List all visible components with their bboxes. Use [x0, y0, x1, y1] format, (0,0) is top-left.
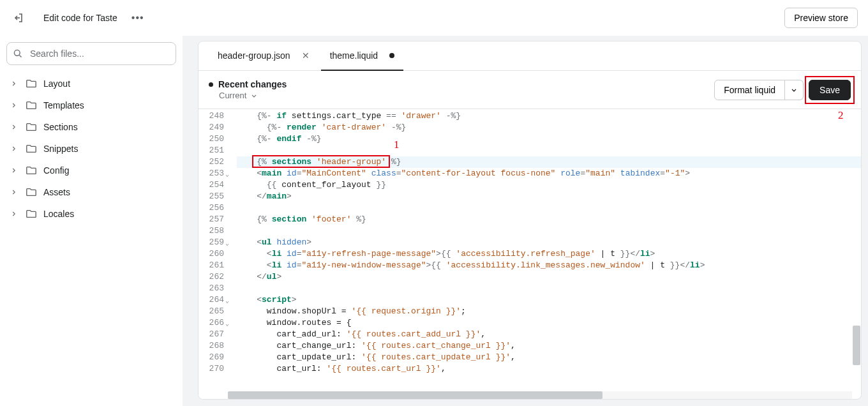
folder-icon: [26, 100, 37, 111]
toolbar-right: Format liquid Save: [714, 80, 851, 100]
sidebar-item-sections[interactable]: Sections: [6, 116, 176, 138]
line-number: 254: [198, 179, 224, 191]
code-line[interactable]: <li id="a11y-refresh-page-message">{{ 'a…: [237, 248, 861, 260]
folder-icon: [26, 208, 37, 220]
close-icon[interactable]: ✕: [302, 50, 310, 61]
line-number: 270: [198, 363, 224, 375]
save-button[interactable]: Save: [809, 80, 851, 100]
line-number: 263: [198, 283, 224, 294]
chevron-right-icon: [10, 123, 19, 131]
exit-icon[interactable]: [10, 10, 26, 26]
topbar-left: Edit code for Taste •••: [10, 10, 146, 26]
code-line[interactable]: [237, 202, 861, 214]
sidebar-item-layout[interactable]: Layout: [6, 73, 176, 94]
code-line[interactable]: <ul hidden>: [237, 237, 861, 248]
code-line[interactable]: window.routes = {: [237, 317, 861, 329]
svg-point-0: [14, 50, 20, 56]
chevron-right-icon: [10, 102, 19, 109]
line-number: 249: [198, 122, 224, 133]
topbar: Edit code for Taste ••• Preview store: [0, 0, 868, 36]
page-title: Edit code for Taste: [43, 13, 117, 23]
search-input[interactable]: [6, 42, 176, 65]
fold-chevron-icon[interactable]: ⌄: [225, 319, 229, 330]
file-tree: Layout Templates Sections Snippets Confi…: [6, 73, 176, 225]
code-line[interactable]: {{ content_for_layout }}: [237, 179, 861, 191]
tab-label: theme.liquid: [330, 50, 378, 61]
code-line[interactable]: cart_update_url: '{{ routes.cart_update_…: [237, 352, 861, 363]
editor-box: header-group.json✕theme.liquid Recent ch…: [198, 41, 862, 400]
line-number: 269: [198, 352, 224, 363]
sidebar-item-config[interactable]: Config: [6, 160, 176, 181]
sidebar-item-label: Locales: [43, 209, 74, 219]
line-number: 265: [198, 306, 224, 317]
toolbar-left: Recent changes Current: [209, 79, 287, 100]
format-liquid-caret[interactable]: [785, 80, 804, 100]
format-liquid-button[interactable]: Format liquid: [714, 80, 785, 100]
sidebar: Layout Templates Sections Snippets Confi…: [0, 36, 183, 406]
tabs-bar: header-group.json✕theme.liquid: [198, 41, 861, 71]
code-line[interactable]: </main>: [237, 191, 861, 202]
code-line[interactable]: {%- render 'cart-drawer' -%}: [237, 122, 861, 133]
sidebar-item-label: Snippets: [43, 144, 78, 154]
line-number: 261: [198, 260, 224, 271]
line-number: 267: [198, 329, 224, 340]
code-line[interactable]: {%- endif -%}: [237, 133, 861, 145]
sidebar-item-locales[interactable]: Locales: [6, 203, 176, 225]
line-number: 251: [198, 145, 224, 156]
code-line[interactable]: {% sections 'header-group' %}: [237, 156, 861, 168]
line-number: 252: [198, 156, 224, 168]
folder-icon: [26, 186, 37, 198]
code-editor[interactable]: 248249250251252253⌄254255256257258259⌄26…: [198, 109, 861, 399]
main-wrap: Layout Templates Sections Snippets Confi…: [0, 36, 868, 406]
line-number: 262: [198, 271, 224, 283]
fold-chevron-icon[interactable]: ⌄: [225, 169, 229, 181]
chevron-down-icon: [790, 86, 798, 94]
code-line[interactable]: cart_change_url: '{{ routes.cart_change_…: [237, 340, 861, 352]
code-line[interactable]: [237, 283, 861, 294]
code-line[interactable]: </ul>: [237, 271, 861, 283]
code-line[interactable]: cart_url: '{{ routes.cart_url }}',: [237, 363, 861, 375]
dirty-indicator-dot: [209, 82, 213, 87]
code-line[interactable]: [237, 145, 861, 156]
horizontal-scrollbar[interactable]: [228, 391, 852, 399]
sidebar-item-label: Sections: [43, 122, 78, 132]
code-line[interactable]: cart_add_url: '{{ routes.cart_add_url }}…: [237, 329, 861, 340]
line-number: 266⌄: [198, 317, 224, 329]
line-gutter: 248249250251252253⌄254255256257258259⌄26…: [198, 109, 228, 399]
code-line[interactable]: window.shopUrl = '{{ request.origin }}';: [237, 306, 861, 317]
toolbar: Recent changes Current Format liquid Sa: [198, 71, 861, 109]
chevron-right-icon: [10, 210, 19, 218]
tab-header-group-json[interactable]: header-group.json✕: [209, 41, 318, 71]
recent-changes-row: Recent changes: [209, 79, 287, 89]
line-number: 256: [198, 202, 224, 214]
sidebar-item-templates[interactable]: Templates: [6, 94, 176, 116]
sidebar-item-snippets[interactable]: Snippets: [6, 138, 176, 160]
code-line[interactable]: {%- if settings.cart_type == 'drawer' -%…: [237, 110, 861, 122]
chevron-right-icon: [10, 188, 19, 196]
code-line[interactable]: [237, 225, 861, 237]
line-number: 260: [198, 248, 224, 260]
format-button-group: Format liquid: [714, 80, 804, 100]
folder-icon: [26, 121, 37, 133]
line-number: 258: [198, 225, 224, 237]
search-icon: [13, 49, 23, 59]
code-line[interactable]: {% section 'footer' %}: [237, 214, 861, 225]
vertical-scrollbar-thumb[interactable]: [853, 326, 860, 365]
preview-store-button[interactable]: Preview store: [784, 8, 858, 28]
line-number: 259⌄: [198, 237, 224, 248]
code-line[interactable]: <main id="MainContent" class="content-fo…: [237, 168, 861, 179]
current-version-dropdown[interactable]: Current: [219, 91, 287, 100]
chevron-right-icon: [10, 167, 19, 174]
code-content[interactable]: {%- if settings.cart_type == 'drawer' -%…: [228, 109, 861, 399]
fold-chevron-icon[interactable]: ⌄: [225, 238, 229, 250]
sidebar-item-assets[interactable]: Assets: [6, 181, 176, 203]
tab-theme-liquid[interactable]: theme.liquid: [321, 41, 404, 71]
current-label: Current: [219, 91, 246, 100]
horizontal-scrollbar-thumb[interactable]: [228, 391, 602, 399]
line-number: 255: [198, 191, 224, 202]
tab-label: header-group.json: [218, 50, 290, 61]
code-line[interactable]: <li id="a11y-new-window-message">{{ 'acc…: [237, 260, 861, 271]
code-line[interactable]: <script>: [237, 294, 861, 306]
fold-chevron-icon[interactable]: ⌄: [225, 296, 229, 307]
more-icon[interactable]: •••: [130, 10, 146, 26]
